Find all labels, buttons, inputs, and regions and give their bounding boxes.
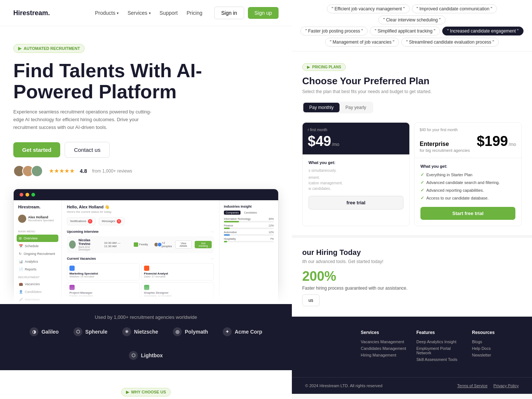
ticker-item: " Streamlined candidate evaluation proce… xyxy=(401,38,499,47)
why-badge: ▶ WHY CHOOSE US xyxy=(121,388,171,396)
billing-yearly[interactable]: Pay yearly xyxy=(340,103,372,112)
pricing-price-enterprise: $199 /mo xyxy=(477,133,516,149)
start-free-trial-button[interactable]: Start free trial xyxy=(420,207,515,220)
vacancy-title: Financial Analyst xyxy=(144,272,212,275)
industry-row: Automotive 12% xyxy=(224,231,274,236)
boost-contact-button[interactable]: us xyxy=(302,294,320,306)
billing-toggle: Pay monthly Pay yearly xyxy=(302,102,373,113)
check-icon: ✓ xyxy=(420,195,424,201)
billing-monthly[interactable]: Pay monthly xyxy=(303,103,340,112)
tab-candidates[interactable]: Candidates xyxy=(242,211,259,215)
why-choose-section: ▶ WHY CHOOSE US Preferred Option Among R… xyxy=(0,370,292,399)
sidebar-item-interviews[interactable]: 🎤 Interviews xyxy=(17,296,58,303)
nav-products[interactable]: Products ▾ xyxy=(95,10,119,16)
nav-pricing[interactable]: Pricing xyxy=(187,10,202,16)
pricing-cards: r first month $49 /mo What you get: s si… xyxy=(302,122,522,226)
sidebar-item-schedule[interactable]: 📅 Schedule xyxy=(17,242,58,250)
sidebar-user-name: Alex Holland xyxy=(28,215,54,219)
trusted-logo-spherule: ⬡ Spherule xyxy=(74,327,108,336)
trusted-logo-nietzsche: ✳ Nietzsche xyxy=(122,327,158,336)
minimize-icon xyxy=(25,193,29,197)
hero-subtitle: Experience seamless recruitment operatio… xyxy=(13,108,154,131)
document-icon: 📄 xyxy=(19,267,23,271)
pricing-features-starter: What you get: s simultaneously. ement. i… xyxy=(303,154,409,215)
rating-text: from 1,000+ reviews xyxy=(92,168,132,174)
nav-links: Products ▾ Services ▾ Support Pricing xyxy=(95,10,202,16)
vacancy-card: Graphic Designer Grammarly 12 recruited xyxy=(141,282,214,300)
ticker-row-3: " Management of job vacancies " " Stream… xyxy=(296,38,528,47)
terms-of-service-link[interactable]: Terms of Service xyxy=(457,383,488,388)
trusted-logo-galileo: ◑ Galileo xyxy=(30,327,59,336)
sidebar-item-candidates[interactable]: 👤 Candidates xyxy=(17,288,58,296)
app-screenshot: Hirestream. Alex Holland Recruitment Spe… xyxy=(13,189,279,304)
ticker-item: " Management of job vacancies " xyxy=(325,38,399,47)
nietzsche-icon: ✳ xyxy=(122,327,131,336)
maximize-icon xyxy=(31,193,35,197)
footer-link[interactable]: Candidates Management xyxy=(361,346,408,351)
vacancy-card: Financial Analyst Zaber 07 recruited xyxy=(141,263,214,280)
interview-company: Feedly xyxy=(134,242,148,247)
footer-link[interactable]: Vacancies Management xyxy=(361,340,408,344)
contact-us-button[interactable]: Contact us xyxy=(65,142,110,158)
hero-actions: Get started Contact us xyxy=(13,142,279,158)
check-icon: ✓ xyxy=(420,180,424,185)
avatar-group xyxy=(13,165,40,177)
tab-companies[interactable]: Companies xyxy=(224,211,241,215)
sidebar-item-reports[interactable]: 📄 Reports xyxy=(17,266,58,273)
right-panel: " Efficient job vacancy management " " I… xyxy=(292,0,532,399)
pricing-card-header-enterprise: $40 for your first month Enterprise for … xyxy=(415,123,521,158)
footer-logo-section xyxy=(305,330,352,364)
footer-col-title: Features xyxy=(416,330,463,335)
chevron-down-icon: ▾ xyxy=(117,11,119,15)
interview-row: Nicolas Trevino Back-End Developer 10:30… xyxy=(67,236,214,253)
industry-row: Finance 12% xyxy=(224,224,274,229)
industry-bar xyxy=(224,221,239,222)
footer-link[interactable]: Newsletter xyxy=(472,353,519,357)
notifications-button[interactable]: Notifications 0 xyxy=(67,217,96,225)
vacancy-company: Grammarly 12 recruited xyxy=(144,294,212,297)
sidebar-avatar xyxy=(18,215,26,223)
features-label-enterprise: What you get: xyxy=(420,164,515,168)
sidebar-item-vacancies[interactable]: 💼 Vacancies xyxy=(17,280,58,288)
get-started-button[interactable]: Get started xyxy=(13,142,60,157)
nav-support[interactable]: Support xyxy=(160,10,178,16)
footer-link[interactable]: Deep Analytics Insight xyxy=(416,340,463,344)
pricing-subtitle: Select the plan that best fits your need… xyxy=(302,89,522,94)
pricing-card-header-starter: r first month $49 /mo xyxy=(303,123,409,154)
nav-services[interactable]: Services ▾ xyxy=(127,10,151,16)
ticker-row-2: " Faster job posting process " " Simplif… xyxy=(296,27,528,35)
attendee-avatar xyxy=(157,242,162,247)
industries-panel: Industries Insight Companies Candidates … xyxy=(219,200,278,304)
sidebar-logo: Hirestream. xyxy=(17,205,58,209)
boost-subtitle: ith our advanced tools. Get started toda… xyxy=(302,259,522,264)
vacancy-card: Marketing Specialist Webflow 14 recruite… xyxy=(67,263,140,280)
sign-up-button[interactable]: Sign up xyxy=(248,7,279,19)
messages-button[interactable]: Messages 0 xyxy=(99,217,125,225)
view-details-button[interactable]: View details xyxy=(175,241,192,249)
footer-link[interactable]: Hiring Management xyxy=(361,353,408,357)
boost-section: our Hiring Today ith our advanced tools.… xyxy=(292,235,532,317)
upcoming-interview-title: Upcoming Interview xyxy=(67,230,99,233)
free-trial-button-starter[interactable]: free trial xyxy=(308,196,403,209)
sidebar-item-ongoing[interactable]: ↻ Ongoing Recruitment xyxy=(17,250,58,258)
footer-link[interactable]: Blogs xyxy=(472,340,519,344)
join-meeting-button[interactable]: Join meeting xyxy=(195,241,212,248)
sidebar-item-overview[interactable]: ⊞ Overview xyxy=(17,235,58,242)
avatar xyxy=(31,165,43,177)
trusted-logo-acmecorp: ✦ Acme Corp xyxy=(223,327,262,336)
trusted-label: Used by 1,000+ recruitment agencies worl… xyxy=(13,314,279,320)
sidebar-user-role: Recruitment Specialist xyxy=(28,219,54,222)
pricing-first-month-enterprise: $40 for your first month xyxy=(420,128,516,132)
sign-in-button[interactable]: Sign in xyxy=(214,7,244,19)
app-subtext: Here's the current status for today. xyxy=(67,210,214,214)
footer-link[interactable]: Employment Portal Network xyxy=(416,346,463,355)
footer-link[interactable]: Help Docs xyxy=(472,346,519,351)
rating-number: 4.8 xyxy=(80,168,87,174)
arrow-icon: ▶ xyxy=(18,46,21,51)
privacy-policy-link[interactable]: Privacy Policy xyxy=(494,383,519,388)
sidebar-item-analytics[interactable]: 📊 Analytics xyxy=(17,258,58,265)
footer-link[interactable]: Skill Assessment Tools xyxy=(416,357,463,362)
app-sidebar: Hirestream. Alex Holland Recruitment Spe… xyxy=(14,200,62,304)
vacancy-title: Graphic Designer xyxy=(144,291,212,294)
price-unit: /mo xyxy=(332,142,339,147)
